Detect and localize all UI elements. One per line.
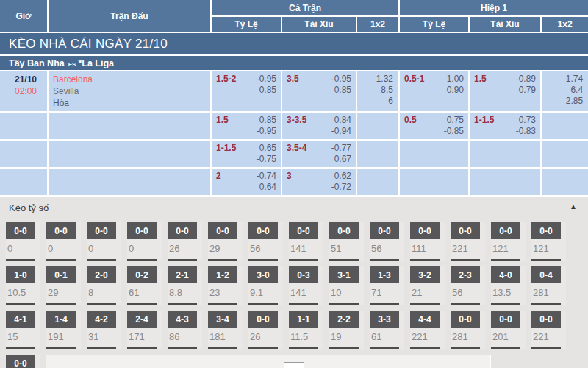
h1-handicap-cell[interactable]: 0.5-1 1.000.90 (399, 71, 469, 112)
score-odds-value: 56 (248, 239, 283, 255)
odds-value[interactable]: -0.83 (516, 126, 536, 137)
league-bar[interactable]: Tây Ban NhaES*La Liga (0, 55, 588, 71)
score-label: 0-0 (451, 311, 480, 328)
home-team-name[interactable]: Barcelona (53, 74, 206, 85)
odds-value[interactable]: 0.85 (259, 85, 276, 96)
collapse-icon[interactable]: ▲ (570, 203, 577, 210)
score-odds-cell[interactable]: 2-1 8.8 (168, 266, 202, 305)
match-time-cell: 21/10 02:00 (0, 71, 48, 112)
score-odds-cell[interactable]: 0-0 0 (127, 222, 162, 261)
score-odds-cell[interactable]: 0-0 231 (6, 355, 40, 368)
score-odds-cell[interactable]: 0-0 26 (168, 222, 202, 261)
score-odds-cell[interactable]: 3-1 10 (329, 266, 364, 305)
score-odds-cell[interactable]: 0-0 201 (491, 311, 526, 349)
score-odds-cell[interactable]: 4-1 15 (6, 311, 40, 349)
score-odds-cell[interactable]: 1-2 23 (208, 266, 243, 305)
h1-handicap-cell[interactable]: 0.5 0.75-0.85 (399, 112, 469, 140)
h1-over-under-cell[interactable]: 1-1.5 0.73-0.83 (469, 112, 541, 140)
odds-value[interactable]: 0.85 (334, 85, 351, 96)
score-odds-cell[interactable]: 0-0 51 (329, 222, 364, 261)
score-label: 2-4 (127, 311, 157, 328)
ft-handicap-cell[interactable]: 1.5 0.85-0.95 (211, 112, 282, 140)
score-odds-cell[interactable]: 3-0 9.1 (248, 266, 283, 305)
score-odds-cell[interactable]: 2-0 8 (87, 266, 121, 305)
odds-value[interactable]: 1.74 (566, 74, 583, 85)
score-label: 1-4 (46, 311, 76, 328)
odds-value[interactable]: 2.85 (566, 96, 583, 107)
odds-value[interactable]: 0.62 (334, 171, 351, 182)
odds-value[interactable]: 6 (388, 96, 393, 107)
score-odds-cell[interactable]: 0-0 29 (208, 222, 243, 261)
score-odds-cell[interactable]: 0-0 281 (451, 311, 485, 349)
odds-value[interactable]: 0.75 (447, 115, 464, 126)
score-odds-cell[interactable]: 0-0 56 (248, 222, 283, 261)
score-odds-cell[interactable]: 3-3 61 (370, 311, 404, 349)
away-team-name[interactable]: Sevilla (53, 85, 206, 97)
score-odds-cell[interactable]: 1-1 11.5 (289, 311, 323, 349)
score-odds-cell[interactable]: 0-0 0 (87, 222, 121, 261)
odds-value[interactable]: -0.85 (444, 126, 464, 137)
odds-value[interactable]: 6.4 (570, 85, 583, 96)
score-odds-cell[interactable]: 4-0 13.5 (491, 266, 526, 305)
score-odds-cell[interactable]: 0-0 56 (370, 222, 404, 261)
score-odds-cell[interactable]: 0-3 141 (289, 266, 323, 305)
score-label: 4-3 (168, 311, 197, 328)
ft-over-under-cell[interactable]: 3.5 -0.950.85 (282, 71, 356, 112)
score-odds-cell[interactable]: 1-0 10.5 (6, 266, 40, 305)
score-odds-cell[interactable]: 0-0 0 (6, 222, 40, 261)
h1-over-under-cell[interactable]: 1.5 -0.890.79 (469, 71, 541, 112)
odds-value[interactable]: -0.94 (331, 126, 351, 137)
odds-value[interactable]: 0.85 (259, 115, 276, 126)
score-odds-cell[interactable]: 0-0 26 (248, 311, 283, 349)
ft-over-under-cell[interactable]: 3-3.5 0.84-0.94 (282, 112, 356, 140)
odds-value[interactable]: -0.74 (257, 171, 276, 182)
score-odds-cell[interactable]: 4-4 221 (410, 311, 445, 349)
odds-value[interactable]: -0.77 (331, 143, 351, 154)
score-odds-cell[interactable]: 2-3 56 (451, 266, 485, 305)
odds-value[interactable]: -0.95 (257, 74, 276, 85)
h1-1x2-cell[interactable]: 1.74 6.4 2.85 (541, 71, 588, 112)
ft-handicap-cell[interactable]: 2 -0.740.64 (211, 168, 282, 196)
score-odds-cell[interactable]: 4-3 86 (168, 311, 202, 349)
score-odds-cell[interactable]: 3-4 181 (208, 311, 243, 349)
score-odds-cell[interactable]: 0-0 221 (531, 311, 566, 349)
score-odds-cell[interactable]: 0-0 121 (491, 222, 526, 261)
odds-value[interactable]: 0.64 (259, 182, 276, 193)
odds-value[interactable]: 0.90 (447, 85, 464, 96)
score-odds-cell[interactable]: 3-2 21 (410, 266, 445, 305)
odds-value[interactable]: 8.5 (381, 85, 393, 96)
odds-value[interactable]: -0.95 (331, 74, 351, 85)
score-odds-cell[interactable]: 1-3 71 (370, 266, 404, 305)
odds-value[interactable]: -0.95 (257, 126, 276, 137)
odds-value[interactable]: 0.84 (334, 115, 351, 126)
odds-value[interactable]: 1.00 (447, 74, 464, 85)
score-odds-cell[interactable]: 2-2 19 (329, 311, 364, 349)
odds-value[interactable]: 1.32 (376, 74, 393, 85)
ft-handicap-cell[interactable]: 1-1.5 0.65-0.75 (211, 140, 282, 168)
odds-value[interactable]: -0.89 (516, 74, 536, 85)
score-odds-cell[interactable]: 0-0 221 (451, 222, 485, 261)
score-odds-cell[interactable]: 0-2 61 (127, 266, 162, 305)
ft-handicap-cell[interactable]: 1.5-2 -0.950.85 (211, 71, 282, 112)
score-odds-cell[interactable]: 4-2 31 (87, 311, 121, 349)
score-odds-cell[interactable]: 2-4 171 (127, 311, 162, 349)
ft-over-under-cell[interactable]: 3 0.62-0.72 (282, 168, 356, 196)
other-score-input[interactable] (284, 362, 304, 368)
score-odds-cell[interactable]: 0-0 141 (289, 222, 323, 261)
score-odds-cell[interactable]: 0-1 29 (46, 266, 81, 305)
odds-value[interactable]: -0.72 (331, 182, 351, 193)
ft-over-under-cell[interactable]: 3.5-4 -0.770.67 (282, 140, 356, 168)
score-odds-cell[interactable]: 0-0 121 (531, 222, 566, 261)
score-odds-value: 51 (329, 239, 364, 255)
odds-value[interactable]: -0.75 (257, 154, 276, 165)
odds-value[interactable]: 0.67 (334, 154, 351, 165)
score-odds-cell[interactable]: 0-0 0 (46, 222, 81, 261)
score-odds-cell[interactable]: 0-0 111 (410, 222, 445, 261)
odds-value[interactable]: 0.79 (519, 85, 536, 96)
match-teams-cell[interactable]: Barcelona Sevilla Hòa (48, 71, 211, 112)
odds-value[interactable]: 0.65 (259, 143, 276, 154)
ft-1x2-cell[interactable]: 1.32 8.5 6 (356, 71, 399, 112)
score-odds-cell[interactable]: 1-4 191 (46, 311, 81, 349)
odds-value[interactable]: 0.73 (519, 115, 536, 126)
score-odds-cell[interactable]: 0-4 281 (531, 266, 566, 305)
